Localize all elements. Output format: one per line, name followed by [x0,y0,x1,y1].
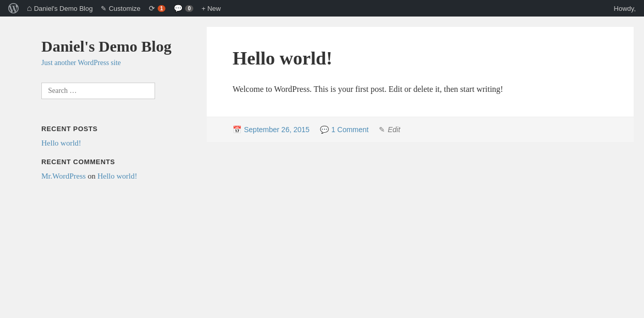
post-comments-link[interactable]: 1 Comment [331,125,369,134]
site-name-button[interactable]: ⌂ Daniel's Demo Blog [23,0,97,17]
site-tagline: Just another WordPress site [41,59,191,67]
customize-label: Customize [109,5,140,12]
pencil-icon: ✎ [379,125,385,134]
new-content-button[interactable]: + New [197,0,225,17]
comment-icon: 💬 [320,125,329,134]
comment-on-text: on [88,172,98,180]
post-card: Hello world! Welcome to WordPress. This … [207,27,634,142]
sidebar: Daniel's Demo Blog Just another WordPres… [0,17,207,318]
updates-button[interactable]: ⟳ 1 [145,0,170,17]
search-input[interactable] [41,83,155,99]
post-footer: 📅 September 26, 2015 💬 1 Comment ✎ Edit [207,117,634,142]
post-edit-item: ✎ Edit [379,125,400,134]
comment-author-link[interactable]: Mr.WordPress [41,172,86,180]
updates-count: 1 [158,5,166,12]
main-content: Hello world! Welcome to WordPress. This … [207,17,644,318]
post-content: Welcome to WordPress. This is your first… [233,82,608,96]
recent-comment-text: Mr.WordPress on Hello world! [41,172,191,181]
calendar-icon: 📅 [233,125,241,134]
page-wrap: Daniel's Demo Blog Just another WordPres… [0,17,644,318]
admin-bar: ⌂ Daniel's Demo Blog ✎ Customize ⟳ 1 💬 0… [0,0,644,17]
comment-post-link[interactable]: Hello world! [97,172,137,180]
howdy-text: Howdy, [614,5,640,12]
customize-button[interactable]: ✎ Customize [97,0,144,17]
recent-posts-heading: RECENT POSTS [41,125,191,133]
recent-post-link[interactable]: Hello world! [41,139,191,148]
post-date-link[interactable]: September 26, 2015 [244,125,310,134]
post-comments-item: 💬 1 Comment [320,125,369,134]
post-edit-link[interactable]: Edit [388,125,400,134]
comments-button[interactable]: 💬 0 [170,0,197,17]
site-title[interactable]: Daniel's Demo Blog [41,37,191,56]
new-label: + New [202,5,221,12]
post-title[interactable]: Hello world! [233,47,608,70]
site-name-label: Daniel's Demo Blog [34,5,93,12]
post-body: Hello world! Welcome to WordPress. This … [207,27,634,117]
wp-logo-button[interactable] [4,0,23,17]
recent-comments-heading: RECENT COMMENTS [41,158,191,166]
comments-count: 0 [185,5,193,12]
post-date-item: 📅 September 26, 2015 [233,125,310,134]
